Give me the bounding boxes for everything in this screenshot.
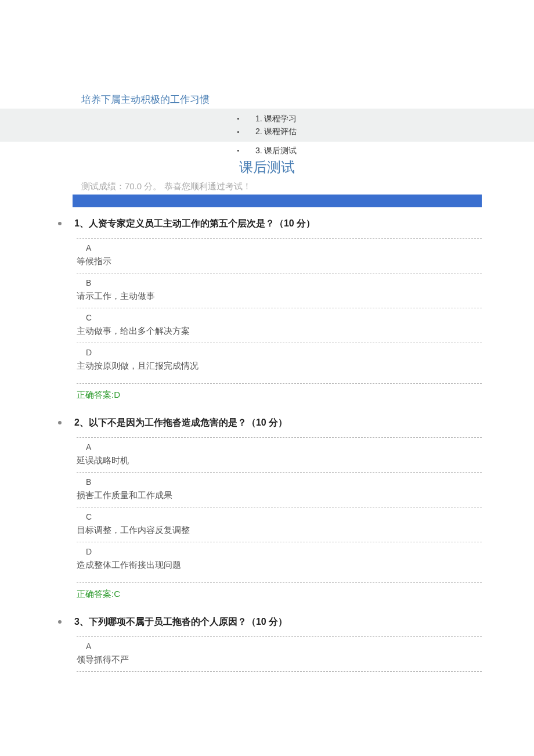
option-letter: A	[77, 243, 482, 253]
question-block: 3、下列哪项不属于员工拖沓的个人原因？（10 分） A 领导抓得不严	[58, 616, 482, 672]
option-text: 领导抓得不严	[77, 654, 129, 664]
option-text: 主动按原则做，且汇报完成情况	[77, 361, 199, 370]
nav-item-label: 3. 课后测试	[255, 144, 297, 157]
correct-answer: 正确答案:D	[77, 383, 482, 404]
option-letter: C	[77, 313, 482, 322]
option-text: 等候指示	[77, 256, 111, 266]
option-letter: A	[77, 442, 482, 452]
option-text: 目标调整，工作内容反复调整	[77, 525, 190, 535]
option-row[interactable]: A 领导抓得不严	[77, 636, 482, 672]
bullet-icon	[58, 421, 62, 424]
option-text: 延误战略时机	[77, 455, 129, 465]
answer-prefix: 正确答案:	[77, 390, 114, 399]
nav-item-label: 2. 课程评估	[255, 125, 297, 138]
question-text: 2、以下不是因为工作拖沓造成危害的是？（10 分）	[74, 417, 287, 427]
section-title: 课后测试	[0, 158, 534, 177]
score-line: 测试成绩：70.0 分。 恭喜您顺利通过考试！	[0, 181, 534, 192]
option-letter: B	[77, 278, 482, 287]
option-row[interactable]: A 等候指示	[77, 238, 482, 273]
answer-value: D	[114, 390, 120, 399]
question-header: 3、下列哪项不属于员工拖沓的个人原因？（10 分）	[58, 616, 482, 628]
question-text: 3、下列哪项不属于员工拖沓的个人原因？（10 分）	[74, 617, 287, 627]
option-text: 请示工作，主动做事	[77, 291, 155, 301]
option-letter: A	[77, 642, 482, 651]
nav-item-study[interactable]: 1. 课程学习	[0, 112, 534, 125]
option-row[interactable]: D 主动按原则做，且汇报完成情况	[77, 343, 482, 377]
option-row[interactable]: C 主动做事，给出多个解决方案	[77, 308, 482, 343]
answer-value: C	[114, 589, 120, 599]
option-text: 损害工作质量和工作成果	[77, 490, 172, 500]
option-letter: D	[77, 547, 482, 556]
option-letter: C	[77, 512, 482, 521]
option-row[interactable]: B 请示工作，主动做事	[77, 273, 482, 308]
bullet-icon	[58, 222, 62, 225]
option-row[interactable]: C 目标调整，工作内容反复调整	[77, 507, 482, 542]
question-block: 1、人资专家定义员工主动工作的第五个层次是？（10 分） A 等候指示 B 请示…	[58, 218, 482, 404]
question-list: 1、人资专家定义员工主动工作的第五个层次是？（10 分） A 等候指示 B 请示…	[0, 218, 534, 672]
question-header: 2、以下不是因为工作拖沓造成危害的是？（10 分）	[58, 417, 482, 429]
option-row[interactable]: B 损害工作质量和工作成果	[77, 472, 482, 507]
option-letter: D	[77, 348, 482, 357]
option-text: 主动做事，给出多个解决方案	[77, 326, 190, 336]
question-block: 2、以下不是因为工作拖沓造成危害的是？（10 分） A 延误战略时机 B 损害工…	[58, 417, 482, 603]
bullet-icon	[58, 620, 62, 624]
course-nav: 1. 课程学习 2. 课程评估	[0, 109, 534, 142]
nav-item-test[interactable]: 3. 课后测试	[0, 144, 534, 157]
answer-prefix: 正确答案:	[77, 589, 114, 599]
option-row[interactable]: D 造成整体工作衔接出现问题	[77, 542, 482, 577]
header-bar	[73, 195, 482, 207]
question-text: 1、人资专家定义员工主动工作的第五个层次是？（10 分）	[74, 218, 315, 228]
option-letter: B	[77, 477, 482, 487]
question-header: 1、人资专家定义员工主动工作的第五个层次是？（10 分）	[58, 218, 482, 230]
option-row[interactable]: A 延误战略时机	[77, 437, 482, 472]
option-text: 造成整体工作衔接出现问题	[77, 560, 181, 570]
nav-item-label: 1. 课程学习	[255, 112, 297, 125]
nav-item-evaluate[interactable]: 2. 课程评估	[0, 125, 534, 138]
correct-answer: 正确答案:C	[77, 582, 482, 603]
course-title: 培养下属主动积极的工作习惯	[0, 93, 534, 106]
